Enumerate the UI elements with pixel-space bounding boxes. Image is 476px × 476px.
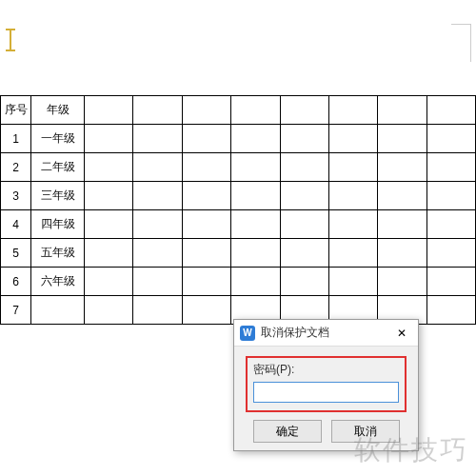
cell-empty[interactable] [85, 268, 133, 296]
cell-empty[interactable] [378, 153, 426, 182]
header-empty[interactable] [328, 96, 377, 125]
cell-index[interactable]: 4 [1, 210, 31, 239]
cell-empty[interactable] [328, 210, 377, 239]
cell-empty[interactable] [378, 268, 426, 296]
cell-empty[interactable] [426, 268, 475, 296]
cell-empty[interactable] [378, 125, 426, 153]
cell-empty[interactable] [231, 153, 280, 182]
password-label: 密码(P): [253, 362, 399, 378]
cell-empty[interactable] [378, 182, 426, 210]
table-row: 4四年级 [1, 210, 476, 239]
text-cursor [10, 29, 13, 51]
header-empty[interactable] [280, 96, 328, 125]
table-row: 1一年级 [1, 125, 476, 153]
cell-empty[interactable] [182, 296, 230, 325]
cell-empty[interactable] [182, 210, 230, 239]
cell-empty[interactable] [133, 153, 182, 182]
cell-empty[interactable] [231, 210, 280, 239]
cell-empty[interactable] [133, 268, 182, 296]
cell-empty[interactable] [426, 153, 475, 182]
cell-empty[interactable] [133, 296, 182, 325]
cell-index[interactable]: 7 [1, 296, 31, 325]
cell-empty[interactable] [133, 210, 182, 239]
cell-empty[interactable] [426, 182, 475, 210]
cell-empty[interactable] [280, 125, 328, 153]
header-empty[interactable] [133, 96, 182, 125]
cell-empty[interactable] [133, 239, 182, 268]
cell-empty[interactable] [426, 125, 475, 153]
cell-index[interactable]: 2 [1, 153, 31, 182]
cell-grade[interactable]: 六年级 [31, 268, 85, 296]
cell-grade[interactable]: 二年级 [31, 153, 85, 182]
ok-button[interactable]: 确定 [253, 420, 322, 443]
page-boundary [438, 24, 471, 62]
close-icon[interactable]: ✕ [391, 325, 412, 342]
cell-grade[interactable] [31, 296, 85, 325]
cell-empty[interactable] [426, 239, 475, 268]
dialog-title: 取消保护文档 [261, 325, 391, 341]
cell-empty[interactable] [378, 210, 426, 239]
cell-empty[interactable] [280, 210, 328, 239]
cell-empty[interactable] [231, 268, 280, 296]
password-highlight-box: 密码(P): [246, 356, 407, 412]
cell-empty[interactable] [280, 268, 328, 296]
grade-table[interactable]: 序号年级1一年级2二年级3三年级4四年级5五年级6六年级7 [0, 95, 476, 325]
header-empty[interactable] [231, 96, 280, 125]
cell-empty[interactable] [426, 210, 475, 239]
cell-empty[interactable] [328, 153, 377, 182]
cell-empty[interactable] [231, 125, 280, 153]
dialog-button-row: 确定 取消 [246, 420, 407, 443]
cell-index[interactable]: 3 [1, 182, 31, 210]
app-icon: W [240, 326, 255, 341]
cell-empty[interactable] [133, 125, 182, 153]
table-row: 3三年级 [1, 182, 476, 210]
cell-empty[interactable] [85, 125, 133, 153]
cell-empty[interactable] [85, 296, 133, 325]
cell-empty[interactable] [280, 239, 328, 268]
cell-empty[interactable] [85, 182, 133, 210]
cell-empty[interactable] [182, 268, 230, 296]
cell-index[interactable]: 6 [1, 268, 31, 296]
cell-empty[interactable] [85, 153, 133, 182]
dialog-titlebar: W 取消保护文档 ✕ [234, 320, 418, 347]
header-grade[interactable]: 年级 [31, 96, 85, 125]
cell-empty[interactable] [182, 239, 230, 268]
password-input[interactable] [253, 382, 399, 403]
cell-empty[interactable] [328, 239, 377, 268]
cell-empty[interactable] [280, 182, 328, 210]
dialog-body: 密码(P): 确定 取消 [234, 347, 418, 450]
cell-empty[interactable] [85, 239, 133, 268]
cell-empty[interactable] [133, 182, 182, 210]
cell-grade[interactable]: 五年级 [31, 239, 85, 268]
table-row: 5五年级 [1, 239, 476, 268]
cell-empty[interactable] [280, 153, 328, 182]
cell-empty[interactable] [182, 125, 230, 153]
document-table-container: 序号年级1一年级2二年级3三年级4四年级5五年级6六年级7 [0, 95, 476, 325]
cell-empty[interactable] [426, 296, 475, 325]
table-row: 6六年级 [1, 268, 476, 296]
cell-empty[interactable] [328, 125, 377, 153]
cell-empty[interactable] [182, 153, 230, 182]
cell-empty[interactable] [328, 182, 377, 210]
header-empty[interactable] [85, 96, 133, 125]
header-empty[interactable] [426, 96, 475, 125]
header-index[interactable]: 序号 [1, 96, 31, 125]
table-row: 2二年级 [1, 153, 476, 182]
cell-empty[interactable] [231, 182, 280, 210]
header-empty[interactable] [378, 96, 426, 125]
cell-empty[interactable] [328, 268, 377, 296]
cell-empty[interactable] [182, 182, 230, 210]
cell-grade[interactable]: 四年级 [31, 210, 85, 239]
cell-grade[interactable]: 三年级 [31, 182, 85, 210]
cell-index[interactable]: 5 [1, 239, 31, 268]
cancel-button[interactable]: 取消 [331, 420, 400, 443]
cell-grade[interactable]: 一年级 [31, 125, 85, 153]
cell-empty[interactable] [378, 239, 426, 268]
table-header-row: 序号年级 [1, 96, 476, 125]
cell-empty[interactable] [85, 210, 133, 239]
cell-empty[interactable] [231, 239, 280, 268]
header-empty[interactable] [182, 96, 230, 125]
cell-index[interactable]: 1 [1, 125, 31, 153]
unprotect-document-dialog: W 取消保护文档 ✕ 密码(P): 确定 取消 [233, 319, 419, 451]
